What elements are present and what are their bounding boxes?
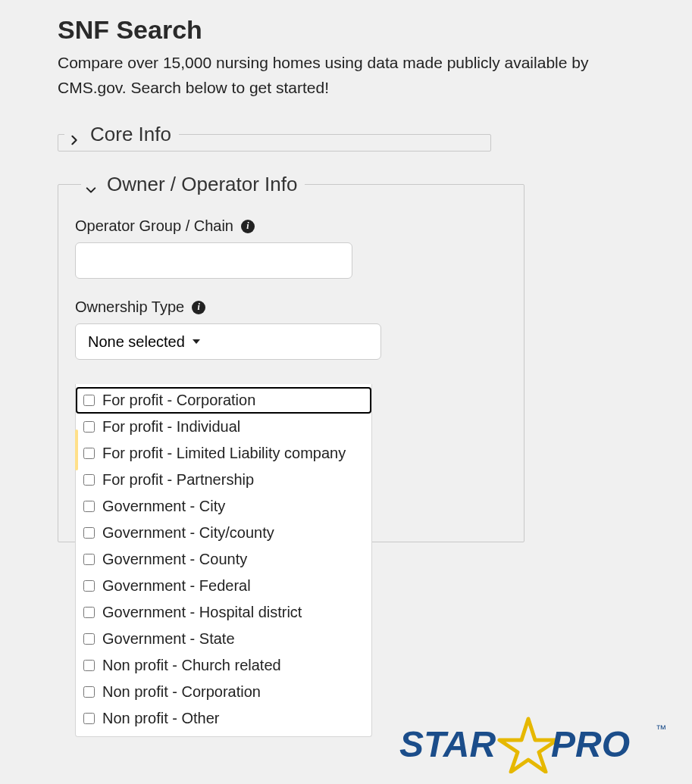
logo-tm: ™ <box>656 723 666 735</box>
ownership-option[interactable]: Government - Federal <box>76 573 371 599</box>
ownership-option[interactable]: For profit - Corporation <box>76 387 371 414</box>
info-icon[interactable]: i <box>192 301 205 314</box>
operator-group-input[interactable] <box>75 242 352 279</box>
ownership-option-checkbox[interactable] <box>83 474 95 486</box>
core-info-section: Core Info <box>58 123 491 151</box>
svg-marker-0 <box>499 719 557 772</box>
owner-info-section: Owner / Operator Info Operator Group / C… <box>58 173 524 542</box>
ownership-option-checkbox[interactable] <box>83 660 95 671</box>
ownership-option-checkbox[interactable] <box>83 395 95 406</box>
ownership-option[interactable]: For profit - Individual <box>76 414 371 440</box>
ownership-option[interactable]: For profit - Partnership <box>76 467 371 493</box>
ownership-option[interactable]: Government - City <box>76 493 371 520</box>
ownership-option[interactable]: Non profit - Church related <box>76 652 371 679</box>
chevron-down-icon <box>86 177 96 188</box>
ownership-option[interactable]: Government - City/county <box>76 520 371 546</box>
owner-info-title: Owner / Operator Info <box>107 173 297 195</box>
ownership-option-checkbox[interactable] <box>83 633 95 645</box>
ownership-option-checkbox[interactable] <box>83 686 95 698</box>
highlight-bar <box>75 429 78 470</box>
ownership-option-label: Non profit - Corporation <box>102 683 261 701</box>
owner-info-toggle[interactable]: Owner / Operator Info <box>81 173 305 196</box>
ownership-option[interactable]: For profit - Limited Liability company <box>76 440 371 467</box>
cms-link[interactable]: CMS.gov <box>58 79 122 96</box>
ownership-option-checkbox[interactable] <box>83 421 95 433</box>
ownership-type-select[interactable]: None selected <box>75 323 381 360</box>
ownership-option-label: Government - State <box>102 630 235 648</box>
ownership-type-label-text: Ownership Type <box>75 298 184 316</box>
intro-paragraph: Compare over 15,000 nursing homes using … <box>58 51 656 100</box>
ownership-option[interactable]: Non profit - Corporation <box>76 679 371 705</box>
info-icon[interactable]: i <box>241 220 255 233</box>
ownership-type-label: Ownership Type i <box>75 298 507 316</box>
core-info-toggle[interactable]: Core Info <box>64 123 179 146</box>
ownership-option-checkbox[interactable] <box>83 580 95 592</box>
ownership-option-label: Non profit - Church related <box>102 657 281 674</box>
ownership-option-checkbox[interactable] <box>83 554 95 565</box>
ownership-option-label: For profit - Corporation <box>102 392 255 409</box>
ownership-option-label: Government - City <box>102 498 225 515</box>
starpro-logo: STAR PRO ™ <box>399 713 680 776</box>
ownership-option-checkbox[interactable] <box>83 448 95 459</box>
caret-down-icon <box>193 339 200 344</box>
ownership-option-label: For profit - Individual <box>102 418 240 436</box>
operator-group-label: Operator Group / Chain i <box>75 217 507 235</box>
ownership-option-checkbox[interactable] <box>83 527 95 539</box>
ownership-type-dropdown: For profit - CorporationFor profit - Ind… <box>75 384 372 737</box>
ownership-option-label: For profit - Partnership <box>102 471 254 489</box>
operator-group-label-text: Operator Group / Chain <box>75 217 233 235</box>
ownership-option[interactable]: Government - Hospital district <box>76 599 371 626</box>
ownership-option[interactable]: Government - County <box>76 546 371 573</box>
ownership-type-selected: None selected <box>88 333 185 351</box>
star-icon <box>499 719 557 772</box>
intro-text-before: Compare over 15,000 nursing homes using … <box>58 54 588 71</box>
page-title: SNF Search <box>58 15 656 45</box>
ownership-option-label: Government - Federal <box>102 577 251 595</box>
ownership-option-label: Non profit - Other <box>102 710 220 727</box>
logo-star-text: STAR <box>399 724 496 764</box>
ownership-option[interactable]: Non profit - Other <box>76 705 371 732</box>
logo-pro-text: PRO <box>551 724 630 764</box>
ownership-option[interactable]: Government - State <box>76 626 371 652</box>
ownership-option-label: Government - City/county <box>102 524 274 542</box>
ownership-option-label: Government - Hospital district <box>102 604 302 621</box>
ownership-option-label: For profit - Limited Liability company <box>102 445 346 462</box>
ownership-option-checkbox[interactable] <box>83 607 95 618</box>
intro-text-after: . Search below to get started! <box>122 79 329 96</box>
core-info-title: Core Info <box>90 123 171 145</box>
ownership-option-checkbox[interactable] <box>83 501 95 512</box>
chevron-right-icon <box>69 127 80 138</box>
ownership-option-label: Government - County <box>102 551 247 568</box>
ownership-option-checkbox[interactable] <box>83 713 95 724</box>
